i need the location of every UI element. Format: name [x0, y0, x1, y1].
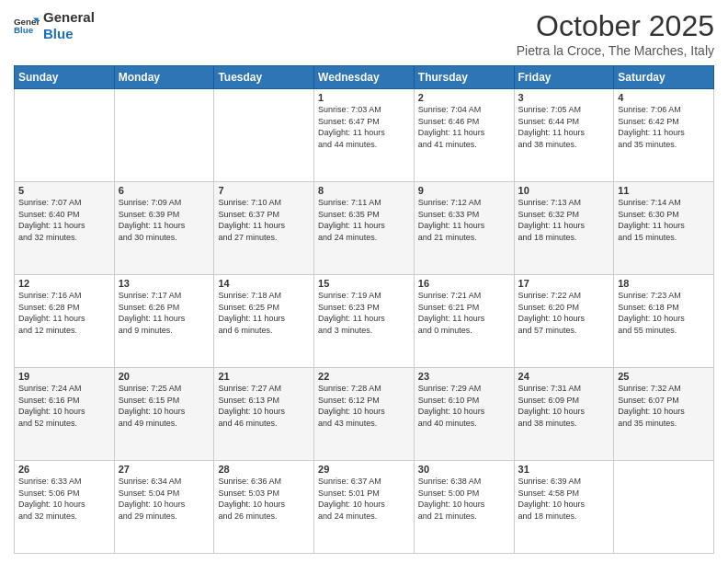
page: General Blue General Blue October 2025 P…: [0, 0, 728, 563]
day-number: 11: [618, 185, 710, 196]
day-info: Sunrise: 7:22 AM Sunset: 6:20 PM Dayligh…: [518, 290, 610, 336]
day-number: 18: [618, 278, 710, 289]
day-info: Sunrise: 6:33 AM Sunset: 5:06 PM Dayligh…: [18, 476, 110, 522]
day-info: Sunrise: 6:37 AM Sunset: 5:01 PM Dayligh…: [318, 476, 410, 522]
day-number: 3: [518, 92, 610, 103]
calendar-cell: [214, 89, 314, 182]
calendar-cell: 14Sunrise: 7:18 AM Sunset: 6:25 PM Dayli…: [214, 275, 314, 368]
day-info: Sunrise: 7:05 AM Sunset: 6:44 PM Dayligh…: [518, 104, 610, 150]
week-row-5: 26Sunrise: 6:33 AM Sunset: 5:06 PM Dayli…: [15, 461, 714, 554]
day-number: 19: [18, 371, 110, 382]
day-number: 22: [318, 371, 410, 382]
day-number: 23: [418, 371, 510, 382]
calendar-cell: 31Sunrise: 6:39 AM Sunset: 4:58 PM Dayli…: [514, 461, 614, 554]
calendar-cell: 18Sunrise: 7:23 AM Sunset: 6:18 PM Dayli…: [614, 275, 714, 368]
day-number: 4: [618, 92, 710, 103]
day-number: 15: [318, 278, 410, 289]
calendar-cell: 2Sunrise: 7:04 AM Sunset: 6:46 PM Daylig…: [414, 89, 514, 182]
calendar-cell: 24Sunrise: 7:31 AM Sunset: 6:09 PM Dayli…: [514, 368, 614, 461]
day-number: 16: [418, 278, 510, 289]
day-number: 9: [418, 185, 510, 196]
day-info: Sunrise: 7:07 AM Sunset: 6:40 PM Dayligh…: [18, 197, 110, 243]
day-number: 10: [518, 185, 610, 196]
calendar-cell: 13Sunrise: 7:17 AM Sunset: 6:26 PM Dayli…: [114, 275, 214, 368]
logo-icon: General Blue: [14, 13, 40, 39]
day-info: Sunrise: 6:38 AM Sunset: 5:00 PM Dayligh…: [418, 476, 510, 522]
day-info: Sunrise: 7:14 AM Sunset: 6:30 PM Dayligh…: [618, 197, 710, 243]
day-info: Sunrise: 7:11 AM Sunset: 6:35 PM Dayligh…: [318, 197, 410, 243]
calendar-cell: 26Sunrise: 6:33 AM Sunset: 5:06 PM Dayli…: [15, 461, 115, 554]
day-info: Sunrise: 7:19 AM Sunset: 6:23 PM Dayligh…: [318, 290, 410, 336]
calendar-cell: 28Sunrise: 6:36 AM Sunset: 5:03 PM Dayli…: [214, 461, 314, 554]
day-info: Sunrise: 6:39 AM Sunset: 4:58 PM Dayligh…: [518, 476, 610, 522]
day-number: 13: [119, 278, 210, 289]
day-number: 5: [18, 185, 110, 196]
day-info: Sunrise: 7:29 AM Sunset: 6:10 PM Dayligh…: [418, 383, 510, 429]
day-info: Sunrise: 7:32 AM Sunset: 6:07 PM Dayligh…: [618, 383, 710, 429]
logo-text-general: General: [43, 9, 95, 26]
calendar-cell: 22Sunrise: 7:28 AM Sunset: 6:12 PM Dayli…: [314, 368, 415, 461]
day-info: Sunrise: 7:09 AM Sunset: 6:39 PM Dayligh…: [119, 197, 210, 243]
day-info: Sunrise: 7:12 AM Sunset: 6:33 PM Dayligh…: [418, 197, 510, 243]
header: General Blue General Blue October 2025 P…: [14, 9, 714, 58]
calendar-cell: 8Sunrise: 7:11 AM Sunset: 6:35 PM Daylig…: [314, 182, 415, 275]
week-row-4: 19Sunrise: 7:24 AM Sunset: 6:16 PM Dayli…: [15, 368, 714, 461]
day-info: Sunrise: 7:28 AM Sunset: 6:12 PM Dayligh…: [318, 383, 410, 429]
day-info: Sunrise: 7:06 AM Sunset: 6:42 PM Dayligh…: [618, 104, 710, 150]
calendar-cell: 29Sunrise: 6:37 AM Sunset: 5:01 PM Dayli…: [314, 461, 415, 554]
logo-text-blue: Blue: [43, 26, 95, 42]
day-info: Sunrise: 7:31 AM Sunset: 6:09 PM Dayligh…: [518, 383, 610, 429]
week-row-2: 5Sunrise: 7:07 AM Sunset: 6:40 PM Daylig…: [15, 182, 714, 275]
day-number: 1: [318, 92, 410, 103]
day-info: Sunrise: 7:16 AM Sunset: 6:28 PM Dayligh…: [18, 290, 110, 336]
day-info: Sunrise: 7:23 AM Sunset: 6:18 PM Dayligh…: [618, 290, 710, 336]
day-number: 28: [218, 464, 310, 475]
month-title: October 2025: [517, 9, 714, 43]
day-number: 14: [218, 278, 310, 289]
day-number: 30: [418, 464, 510, 475]
day-number: 7: [218, 185, 310, 196]
day-number: 27: [119, 464, 210, 475]
day-info: Sunrise: 7:24 AM Sunset: 6:16 PM Dayligh…: [18, 383, 110, 429]
day-info: Sunrise: 7:21 AM Sunset: 6:21 PM Dayligh…: [418, 290, 510, 336]
calendar-cell: 15Sunrise: 7:19 AM Sunset: 6:23 PM Dayli…: [314, 275, 415, 368]
calendar-cell: 16Sunrise: 7:21 AM Sunset: 6:21 PM Dayli…: [414, 275, 514, 368]
calendar-cell: 10Sunrise: 7:13 AM Sunset: 6:32 PM Dayli…: [514, 182, 614, 275]
day-number: 6: [119, 185, 210, 196]
day-number: 20: [119, 371, 210, 382]
calendar-cell: 9Sunrise: 7:12 AM Sunset: 6:33 PM Daylig…: [414, 182, 514, 275]
day-number: 8: [318, 185, 410, 196]
day-number: 25: [618, 371, 710, 382]
title-block: October 2025 Pietra la Croce, The Marche…: [517, 9, 714, 58]
day-info: Sunrise: 7:25 AM Sunset: 6:15 PM Dayligh…: [119, 383, 210, 429]
day-info: Sunrise: 6:36 AM Sunset: 5:03 PM Dayligh…: [218, 476, 310, 522]
day-number: 21: [218, 371, 310, 382]
calendar-cell: 30Sunrise: 6:38 AM Sunset: 5:00 PM Dayli…: [414, 461, 514, 554]
calendar-cell: 27Sunrise: 6:34 AM Sunset: 5:04 PM Dayli…: [114, 461, 214, 554]
calendar-cell: 20Sunrise: 7:25 AM Sunset: 6:15 PM Dayli…: [114, 368, 214, 461]
day-number: 29: [318, 464, 410, 475]
calendar-cell: 21Sunrise: 7:27 AM Sunset: 6:13 PM Dayli…: [214, 368, 314, 461]
day-number: 31: [518, 464, 610, 475]
day-header-sunday: Sunday: [15, 66, 115, 89]
day-header-wednesday: Wednesday: [314, 66, 415, 89]
calendar-cell: 23Sunrise: 7:29 AM Sunset: 6:10 PM Dayli…: [414, 368, 514, 461]
week-row-1: 1Sunrise: 7:03 AM Sunset: 6:47 PM Daylig…: [15, 89, 714, 182]
logo: General Blue General Blue: [14, 9, 95, 42]
calendar-cell: [15, 89, 115, 182]
day-info: Sunrise: 7:27 AM Sunset: 6:13 PM Dayligh…: [218, 383, 310, 429]
day-number: 12: [18, 278, 110, 289]
calendar-cell: 1Sunrise: 7:03 AM Sunset: 6:47 PM Daylig…: [314, 89, 415, 182]
calendar-cell: 5Sunrise: 7:07 AM Sunset: 6:40 PM Daylig…: [15, 182, 115, 275]
day-info: Sunrise: 6:34 AM Sunset: 5:04 PM Dayligh…: [119, 476, 210, 522]
location: Pietra la Croce, The Marches, Italy: [517, 43, 714, 58]
calendar-cell: 17Sunrise: 7:22 AM Sunset: 6:20 PM Dayli…: [514, 275, 614, 368]
day-info: Sunrise: 7:17 AM Sunset: 6:26 PM Dayligh…: [119, 290, 210, 336]
calendar-body: 1Sunrise: 7:03 AM Sunset: 6:47 PM Daylig…: [15, 89, 714, 554]
calendar-cell: 12Sunrise: 7:16 AM Sunset: 6:28 PM Dayli…: [15, 275, 115, 368]
calendar-cell: [614, 461, 714, 554]
day-info: Sunrise: 7:10 AM Sunset: 6:37 PM Dayligh…: [218, 197, 310, 243]
day-number: 24: [518, 371, 610, 382]
calendar-cell: 6Sunrise: 7:09 AM Sunset: 6:39 PM Daylig…: [114, 182, 214, 275]
day-info: Sunrise: 7:04 AM Sunset: 6:46 PM Dayligh…: [418, 104, 510, 150]
